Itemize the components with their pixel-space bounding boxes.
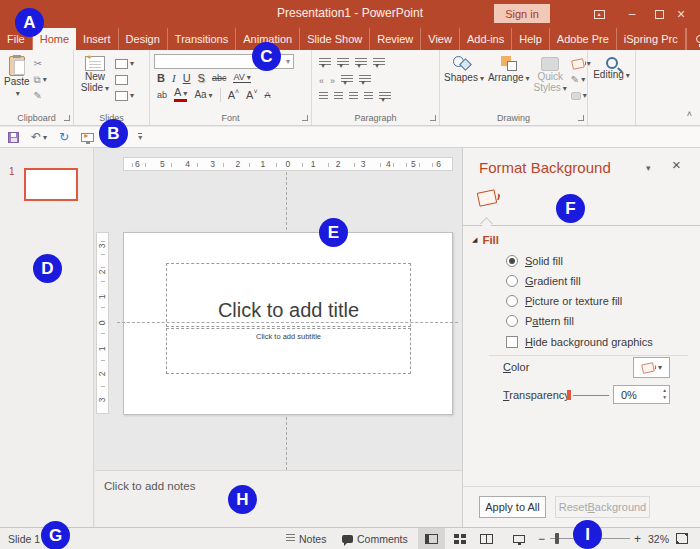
notes-placeholder[interactable]: Click to add notes [104, 480, 195, 492]
spin-up-icon[interactable]: ▴ [663, 387, 666, 394]
tab-add-ins[interactable]: Add-ins [460, 28, 512, 50]
font-name-dropdown-arrow[interactable]: ▾ [286, 57, 290, 66]
layout-button[interactable] [115, 56, 134, 71]
reset-background-button[interactable]: Reset Background [555, 496, 650, 518]
subtitle-placeholder[interactable]: Click to add subtitle [166, 328, 411, 374]
slide-sorter-button[interactable] [446, 528, 473, 549]
section-button[interactable] [115, 88, 134, 103]
change-case-button[interactable]: Aa [194, 89, 212, 100]
horizontal-ruler[interactable]: 6543210123456 [123, 157, 453, 171]
hide-background-graphics-checkbox[interactable]: Hide background graphics [506, 334, 653, 350]
sign-in-button[interactable]: Sign in [494, 4, 550, 23]
quick-styles-button[interactable]: Quick Styles [534, 54, 567, 111]
transparency-slider[interactable] [567, 394, 609, 397]
increase-indent-button[interactable] [330, 74, 335, 86]
tab-adobe-presenter[interactable]: Adobe Pre [550, 28, 617, 50]
zoom-level[interactable]: 32% [648, 533, 669, 545]
align-center-button[interactable] [334, 92, 343, 101]
text-highlight-button[interactable]: ab [157, 90, 167, 100]
slide-canvas[interactable]: Click to add title Click to add subtitle [123, 232, 453, 415]
close-button[interactable]: × [666, 0, 696, 28]
apply-to-all-button[interactable]: Apply to All [479, 496, 546, 518]
copy-button[interactable]: ⧉ [34, 72, 47, 87]
editing-button[interactable]: Editing [592, 54, 631, 80]
decrease-indent-button[interactable] [319, 74, 324, 86]
tab-insert[interactable]: Insert [76, 28, 119, 50]
cut-button[interactable]: ✂ [34, 56, 47, 71]
slideshow-button[interactable] [505, 528, 532, 549]
pane-close-button[interactable]: × [672, 156, 681, 173]
tab-view[interactable]: View [421, 28, 460, 50]
comments-button[interactable]: Comments [342, 528, 408, 549]
tab-design[interactable]: Design [119, 28, 168, 50]
paste-dropdown-arrow[interactable] [14, 87, 20, 98]
font-dialog-launcher[interactable] [302, 115, 308, 121]
columns-button[interactable] [341, 75, 353, 84]
fill-section-header[interactable]: ◢ Fill [472, 234, 499, 246]
picture-texture-fill-radio[interactable]: Picture or texture fill [506, 293, 622, 309]
transparency-value-spinner[interactable]: 0% ▴▾ [613, 385, 670, 404]
color-picker-button[interactable]: ▾ [633, 357, 670, 378]
format-painter-button[interactable]: ✎ [34, 88, 47, 103]
tab-help[interactable]: Help [512, 28, 550, 50]
tab-transitions[interactable]: Transitions [168, 28, 236, 50]
paragraph-dialog-launcher[interactable] [430, 115, 436, 121]
horizontal-guide[interactable] [117, 322, 458, 323]
justify-button[interactable] [364, 92, 373, 101]
italic-button[interactable]: I [172, 72, 176, 84]
solid-fill-radio[interactable]: Solid fill [506, 253, 563, 269]
shrink-font-button[interactable]: A˅ [246, 88, 257, 101]
text-direction-button[interactable] [373, 58, 385, 67]
character-spacing-button[interactable]: AV [233, 72, 250, 83]
font-color-button[interactable]: A [174, 87, 187, 102]
slide-thumbnail[interactable] [24, 168, 78, 201]
arrange-button[interactable]: Arrange [488, 54, 530, 111]
numbering-button[interactable] [337, 58, 349, 67]
text-shadow-button[interactable]: S [198, 72, 205, 84]
bold-button[interactable]: B [157, 72, 165, 84]
convert-smartart-button[interactable] [379, 92, 391, 101]
align-right-button[interactable] [349, 92, 358, 101]
fill-tab-bucket-icon[interactable] [477, 189, 498, 206]
zoom-slider-thumb[interactable] [555, 533, 559, 544]
tell-me-lightbulb[interactable] [686, 28, 700, 50]
pattern-fill-radio[interactable]: Pattern fill [506, 313, 574, 329]
fit-to-window-button[interactable] [676, 533, 688, 544]
notes-toggle-button[interactable]: Notes [286, 528, 326, 549]
align-left-button[interactable] [319, 92, 328, 101]
shapes-button[interactable]: Shapes [444, 54, 484, 111]
slider-thumb[interactable] [567, 390, 571, 400]
undo-button[interactable]: ↶ [31, 130, 47, 144]
zoom-in-button[interactable]: + [634, 532, 641, 546]
reset-button[interactable] [115, 72, 134, 87]
reading-view-button[interactable] [473, 528, 500, 549]
pane-options-dropdown[interactable]: ▾ [646, 163, 651, 173]
normal-view-button[interactable] [418, 528, 445, 549]
new-slide-button[interactable]: New Slide [78, 54, 112, 111]
tab-slide-show[interactable]: Slide Show [300, 28, 370, 50]
strikethrough-button[interactable]: abc [212, 73, 227, 83]
paste-button[interactable]: Paste [4, 54, 30, 111]
zoom-out-button[interactable]: − [538, 532, 545, 546]
save-button[interactable] [8, 132, 19, 143]
tab-ispring[interactable]: iSpring Prc [617, 28, 686, 50]
ribbon-display-options-button[interactable]: ▴ [584, 0, 614, 28]
spinner-arrows[interactable]: ▴▾ [663, 387, 666, 401]
title-placeholder[interactable]: Click to add title [166, 263, 411, 327]
customize-qat-button[interactable]: ▾ [138, 133, 142, 142]
minimize-button[interactable]: – [617, 0, 647, 28]
notes-pane[interactable]: Click to add notes [95, 470, 462, 527]
align-text-button[interactable] [359, 75, 371, 84]
collapse-ribbon-button[interactable]: ˄ [687, 109, 692, 119]
clipboard-dialog-launcher[interactable] [64, 115, 70, 121]
spin-down-icon[interactable]: ▾ [663, 394, 666, 401]
clear-formatting-button[interactable]: A [265, 90, 271, 100]
tab-review[interactable]: Review [370, 28, 421, 50]
redo-button[interactable]: ↻ [59, 130, 69, 144]
line-spacing-button[interactable] [355, 58, 367, 67]
bullets-button[interactable] [319, 58, 331, 67]
grow-font-button[interactable]: A˄ [228, 88, 239, 101]
vertical-ruler[interactable]: 3210123 [96, 232, 109, 414]
drawing-dialog-launcher[interactable] [578, 115, 584, 121]
start-from-beginning-button[interactable] [81, 133, 94, 142]
